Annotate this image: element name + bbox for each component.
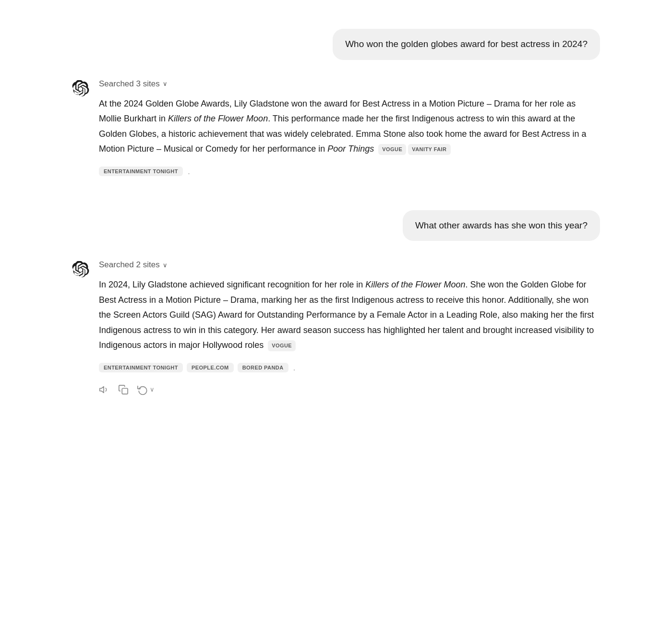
- user-bubble-1: Who won the golden globes award for best…: [333, 29, 600, 60]
- citations-1: ENTERTAINMENT TONIGHT .: [99, 167, 600, 177]
- copy-button[interactable]: [118, 384, 129, 395]
- chevron-down-icon-1: ∨: [163, 80, 168, 87]
- user-message-text-1: Who won the golden globes award for best…: [345, 39, 588, 49]
- speak-button[interactable]: [99, 384, 109, 395]
- searched-sites-label-2: Searched 2 sites: [99, 260, 160, 270]
- citation-badge-boredpanda: BORED PANDA: [238, 363, 288, 372]
- chat-container: Who won the golden globes award for best…: [72, 19, 600, 419]
- inline-citation-vogue-2: VOGUE: [268, 340, 296, 351]
- citation-badge-et-2: ENTERTAINMENT TONIGHT: [99, 363, 183, 372]
- ai-text-1: At the 2024 Golden Globe Awards, Lily Gl…: [99, 96, 600, 157]
- inline-citation-vanityfair-1: VANITY FAIR: [408, 144, 450, 155]
- speak-icon: [99, 384, 109, 395]
- user-bubble-2: What other awards has she won this year?: [403, 210, 600, 241]
- action-bar: ∨: [99, 384, 600, 395]
- citation-badge-people: PEOPLE.COM: [187, 363, 234, 372]
- citations-2: ENTERTAINMENT TONIGHT PEOPLE.COM BORED P…: [99, 363, 600, 373]
- svg-marker-0: [100, 386, 104, 393]
- citation-dot-2: .: [293, 363, 296, 373]
- svg-rect-1: [122, 388, 128, 394]
- copy-icon: [118, 384, 129, 395]
- ai-text-2: In 2024, Lily Gladstone achieved signifi…: [99, 277, 600, 353]
- inline-citation-vogue-1: VOGUE: [378, 144, 406, 155]
- chevron-down-icon-2: ∨: [163, 262, 168, 269]
- citation-dot-1: .: [188, 167, 190, 177]
- user-message-row-2: What other awards has she won this year?: [72, 210, 600, 241]
- ai-content-1: Searched 3 sites ∨ At the 2024 Golden Gl…: [99, 79, 600, 177]
- searched-sites-label-1: Searched 3 sites: [99, 79, 160, 89]
- regenerate-icon: [137, 384, 148, 395]
- ai-response-row-1: Searched 3 sites ∨ At the 2024 Golden Gl…: [72, 79, 600, 177]
- ai-content-2: Searched 2 sites ∨ In 2024, Lily Gladsto…: [99, 260, 600, 395]
- user-message-row-1: Who won the golden globes award for best…: [72, 29, 600, 60]
- openai-icon-2: [72, 261, 89, 278]
- searched-sites-1[interactable]: Searched 3 sites ∨: [99, 79, 600, 89]
- citation-badge-et-1: ENTERTAINMENT TONIGHT: [99, 167, 183, 176]
- regenerate-button[interactable]: ∨: [137, 384, 155, 395]
- searched-sites-2[interactable]: Searched 2 sites ∨: [99, 260, 600, 270]
- ai-response-row-2: Searched 2 sites ∨ In 2024, Lily Gladsto…: [72, 260, 600, 395]
- regenerate-chevron-icon: ∨: [150, 386, 155, 393]
- openai-icon-1: [72, 80, 89, 97]
- user-message-text-2: What other awards has she won this year?: [415, 220, 588, 230]
